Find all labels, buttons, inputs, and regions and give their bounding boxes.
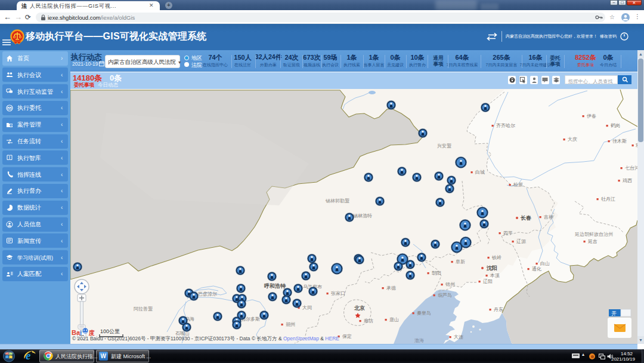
svg-text:巴彦淖尔: 巴彦淖尔 [198,291,217,297]
svg-text:通化: 通化 [532,266,541,272]
svg-text:e: e [26,349,31,362]
svg-text:丹东: 丹东 [494,307,503,312]
svg-text:锡林浩特: 锡林浩特 [352,213,372,219]
svg-text:北京: 北京 [354,305,365,311]
svg-text:张家口: 张家口 [331,291,345,296]
svg-text:四平: 四平 [503,230,513,236]
svg-text:葫芦岛: 葫芦岛 [438,293,452,298]
svg-text:保定: 保定 [342,334,352,339]
svg-text:阜新: 阜新 [456,259,465,264]
svg-text:锡林郭勒盟: 锡林郭勒盟 [325,198,349,204]
svg-text:大庆: 大庆 [568,137,577,142]
svg-text:锦州: 锦州 [445,282,455,287]
svg-text:鹤岗: 鹤岗 [611,122,620,128]
svg-text:兴安盟: 兴安盟 [437,143,451,149]
svg-text:廊坊: 廊坊 [364,318,373,324]
svg-text:沈阳: 沈阳 [486,265,497,271]
svg-text:阿拉善盟: 阿拉善盟 [134,306,153,312]
svg-text:辽源: 辽源 [516,238,527,244]
svg-text:七台河: 七台河 [625,165,637,171]
svg-text:鸡西: 鸡西 [622,178,632,183]
svg-text:长春: 长春 [520,215,532,221]
svg-text:唐山: 唐山 [389,317,399,322]
svg-text:白山: 白山 [540,261,550,266]
svg-text:秦皇岛: 秦皇岛 [417,310,431,316]
svg-text:本溪: 本溪 [490,273,500,278]
svg-text:渤海: 渤海 [414,338,424,343]
svg-text:齐齐哈尔: 齐齐哈尔 [496,123,515,128]
svg-text:呼和浩特: 呼和浩特 [264,283,286,289]
svg-text:牡丹江: 牡丹江 [601,196,615,202]
svg-text:吉林: 吉林 [544,214,553,220]
svg-text:延吉: 延吉 [587,239,597,244]
svg-text:承德: 承德 [386,285,396,291]
svg-text:100公里: 100公里 [100,328,120,334]
svg-text:© 2021 Baidu - GS(2021)6026号 -: © 2021 Baidu - GS(2021)6026号 - 甲测资字11009… [72,336,339,342]
svg-text:铁岭: 铁岭 [491,255,501,260]
svg-text:延边朝鲜族自治州: 延边朝鲜族自治州 [574,232,613,237]
svg-text:开: 开 [611,310,617,316]
svg-text:朔州: 朔州 [286,322,295,327]
svg-text:伊春: 伊春 [587,113,596,119]
svg-text:朝阳: 朝阳 [432,270,441,276]
svg-text:白城: 白城 [475,170,485,175]
svg-text:松原: 松原 [513,182,523,187]
svg-text:大同: 大同 [302,305,312,310]
svg-text:佳木斯: 佳木斯 [612,139,627,144]
svg-text:大连: 大连 [454,334,463,340]
svg-text:辽阳: 辽阳 [483,278,493,284]
